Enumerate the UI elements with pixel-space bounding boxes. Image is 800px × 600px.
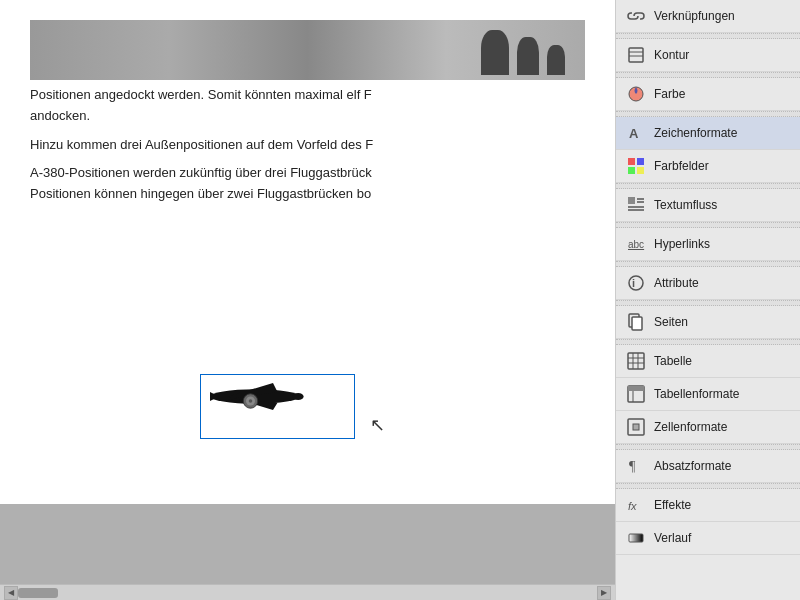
svg-rect-13 (628, 158, 635, 165)
document-page: Positionen angedockt werden. Somit könnt… (0, 0, 615, 504)
kontur-icon (626, 45, 646, 65)
sidebar-item-seiten[interactable]: Seiten (616, 306, 800, 339)
sidebar-item-verlauf[interactable]: Verlauf (616, 522, 800, 555)
sidebar-label-absatzformate: Absatzformate (654, 459, 731, 473)
sidebar-label-attribute: Attribute (654, 276, 699, 290)
cylinder-2 (517, 37, 539, 75)
sidebar-label-effekte: Effekte (654, 498, 691, 512)
svg-text:abc: abc (628, 239, 644, 250)
sidebar-label-tabelle: Tabelle (654, 354, 692, 368)
zeichenformate-icon: A (626, 123, 646, 143)
sidebar-label-seiten: Seiten (654, 315, 688, 329)
svg-rect-8 (629, 48, 643, 62)
sidebar-item-hyperlinks[interactable]: abcHyperlinks (616, 228, 800, 261)
bottom-scrollbar[interactable]: ◀ ▶ (0, 584, 615, 600)
sidebar-label-zeichenformate: Zeichenformate (654, 126, 737, 140)
sidebar-label-hyperlinks: Hyperlinks (654, 237, 710, 251)
scroll-right-button[interactable]: ▶ (597, 586, 611, 600)
text-paragraph-1: Positionen angedockt werden. Somit könnt… (30, 85, 585, 127)
svg-text:¶: ¶ (629, 459, 636, 474)
seiten-icon (626, 312, 646, 332)
sidebar-item-zeichenformate[interactable]: AZeichenformate (616, 117, 800, 150)
attribute-icon: i (626, 273, 646, 293)
sidebar-label-kontur: Kontur (654, 48, 689, 62)
text-paragraph-3: A-380-Positionen werden zukünftig über d… (30, 163, 585, 205)
verlauf-icon (626, 528, 646, 548)
effekte-icon: fx (626, 495, 646, 515)
selection-box (200, 374, 355, 439)
absatzformate-icon: ¶ (626, 456, 646, 476)
sidebar-label-verknuepfungen: Verknüpfungen (654, 9, 735, 23)
sidebar-item-farbe[interactable]: Farbe (616, 78, 800, 111)
sidebar-item-absatzformate[interactable]: ¶Absatzformate (616, 450, 800, 483)
cylinder-1 (481, 30, 509, 75)
text-paragraph-2: Hinzu kommen drei Außenpositionen auf de… (30, 135, 585, 156)
selection-area (200, 374, 360, 444)
svg-text:i: i (632, 277, 635, 289)
sidebar-label-tabellenformate: Tabellenformate (654, 387, 739, 401)
cylinder-group (481, 30, 565, 75)
sidebar-label-verlauf: Verlauf (654, 531, 691, 545)
svg-rect-27 (628, 353, 644, 369)
sidebar-panel: VerknüpfungenKonturFarbeAZeichenformateF… (615, 0, 800, 600)
sidebar-item-tabellenformate[interactable]: Tabellenformate (616, 378, 800, 411)
page-area: Positionen angedockt werden. Somit könnt… (0, 0, 615, 600)
sidebar-item-zellenformate[interactable]: Zellenformate (616, 411, 800, 444)
sidebar-item-verknuepfungen[interactable]: Verknüpfungen (616, 0, 800, 33)
sidebar-item-effekte[interactable]: fxEffekte (616, 489, 800, 522)
svg-rect-15 (628, 167, 635, 174)
sidebar-label-zellenformate: Zellenformate (654, 420, 727, 434)
farbe-icon (626, 84, 646, 104)
sidebar-label-farbfelder: Farbfelder (654, 159, 709, 173)
sidebar-item-kontur[interactable]: Kontur (616, 39, 800, 72)
sidebar-item-attribute[interactable]: iAttribute (616, 267, 800, 300)
svg-text:fx: fx (628, 500, 637, 512)
svg-rect-36 (633, 424, 639, 430)
document-image (30, 20, 585, 80)
textumfluss-icon (626, 195, 646, 215)
cursor-pointer: ↖ (370, 414, 385, 436)
cylinder-3 (547, 45, 565, 75)
svg-rect-17 (628, 197, 635, 204)
tabellenformate-icon (626, 384, 646, 404)
sidebar-item-tabelle[interactable]: Tabelle (616, 345, 800, 378)
document-text: Positionen angedockt werden. Somit könnt… (30, 80, 585, 218)
zellenformate-icon (626, 417, 646, 437)
svg-text:A: A (629, 126, 639, 141)
scroll-left-button[interactable]: ◀ (4, 586, 18, 600)
hyperlinks-icon: abc (626, 234, 646, 254)
grey-bottom-area (0, 504, 615, 584)
tabelle-icon (626, 351, 646, 371)
sidebar-label-farbe: Farbe (654, 87, 685, 101)
sidebar-label-textumfluss: Textumfluss (654, 198, 717, 212)
svg-rect-33 (628, 386, 644, 391)
main-content: Positionen angedockt werden. Somit könnt… (0, 0, 615, 600)
scroll-thumb[interactable] (18, 588, 58, 598)
svg-rect-14 (637, 158, 644, 165)
sidebar-item-farbfelder[interactable]: Farbfelder (616, 150, 800, 183)
svg-rect-16 (637, 167, 644, 174)
link-icon (626, 6, 646, 26)
sidebar-item-textumfluss[interactable]: Textumfluss (616, 189, 800, 222)
svg-rect-26 (632, 317, 642, 330)
farbfelder-icon (626, 156, 646, 176)
svg-rect-39 (629, 534, 643, 542)
